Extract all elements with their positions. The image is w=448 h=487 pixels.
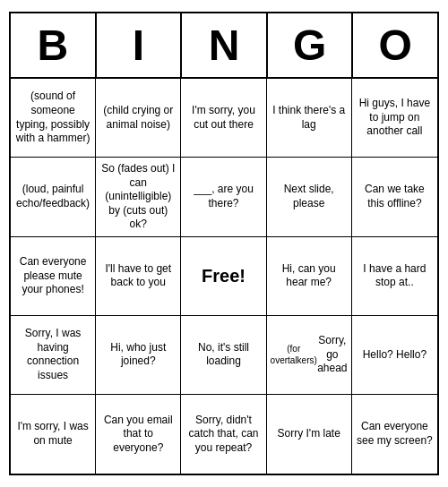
bingo-cell-24: Can everyone see my screen? [352,395,437,474]
bingo-cell-0: (sound of someone typing, possibly with … [11,79,96,158]
bingo-cell-19: Hello? Hello? [352,316,437,395]
bingo-card: BINGO (sound of someone typing, possibly… [9,12,439,475]
bingo-cell-18: (for overtalkers)Sorry, go ahead [267,316,352,395]
bingo-grid: (sound of someone typing, possibly with … [11,79,437,474]
bingo-cell-22: Sorry, didn't catch that, can you repeat… [181,395,266,474]
bingo-cell-12: Free! [181,237,266,316]
bingo-cell-7: ___, are you there? [181,158,266,237]
bingo-cell-17: No, it's still loading [181,316,266,395]
bingo-cell-3: I think there's a lag [267,79,352,158]
bingo-cell-23: Sorry I'm late [267,395,352,474]
bingo-cell-10: Can everyone please mute your phones! [11,237,96,316]
bingo-cell-9: Can we take this offline? [352,158,437,237]
bingo-cell-13: Hi, can you hear me? [267,237,352,316]
header-letter-O: O [353,13,437,79]
bingo-cell-16: Hi, who just joined? [96,316,181,395]
bingo-cell-14: I have a hard stop at.. [352,237,437,316]
bingo-cell-20: I'm sorry, I was on mute [11,395,96,474]
bingo-cell-2: I'm sorry, you cut out there [181,79,266,158]
header-letter-N: N [182,13,268,79]
bingo-cell-1: (child crying or animal noise) [96,79,181,158]
bingo-cell-11: I'll have to get back to you [96,237,181,316]
bingo-cell-8: Next slide, please [267,158,352,237]
header-letter-B: B [11,13,97,79]
bingo-cell-4: Hi guys, I have to jump on another call [352,79,437,158]
header-letter-G: G [268,13,354,79]
header-letter-I: I [97,13,183,79]
bingo-header: BINGO [11,13,437,79]
bingo-cell-21: Can you email that to everyone? [96,395,181,474]
bingo-cell-6: So (fades out) I can (unintelligible) by… [96,158,181,237]
bingo-cell-5: (loud, painful echo/feedback) [11,158,96,237]
bingo-cell-15: Sorry, I was having connection issues [11,316,96,395]
